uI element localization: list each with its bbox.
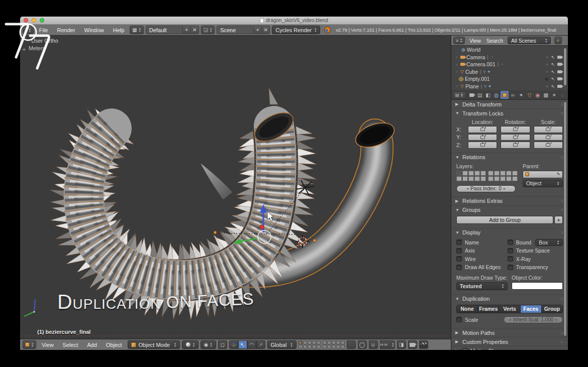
render-visibility-icon[interactable] <box>557 85 562 88</box>
display-texture-space-checkbox[interactable]: Texture Space <box>508 247 563 255</box>
scale-manipulator-button[interactable]: ↗ <box>256 340 265 349</box>
opengl-render-button[interactable] <box>408 340 417 349</box>
tab-scene[interactable]: ◧ <box>484 91 492 99</box>
menu-render[interactable]: Render <box>54 27 79 33</box>
editor-type-button-3dview[interactable]: ▲▼ <box>23 340 36 349</box>
window-titlebar[interactable]: dragon_skinV6_video.blend <box>20 17 568 25</box>
add-scene-button[interactable]: + <box>254 26 262 34</box>
duplication-frames-button[interactable]: Frames <box>478 305 499 313</box>
proportional-edit-dropdown[interactable]: H·H▲▼ <box>380 340 395 349</box>
toolshelf-expand-icon[interactable]: + <box>22 46 26 53</box>
scene-filter-dropdown[interactable]: All Scenes▲▼ <box>508 37 551 44</box>
display-transparency-checkbox[interactable]: Transparency <box>508 263 563 272</box>
object-origin-dot-2[interactable] <box>313 239 316 242</box>
expand-toggle-icon[interactable]: ○ <box>454 70 459 73</box>
menu-add[interactable]: Add <box>83 342 101 348</box>
tab-object[interactable] <box>501 91 508 99</box>
duplication-faces-button[interactable]: Faces <box>521 305 542 313</box>
delete-layout-button[interactable]: ✕ <box>191 26 199 34</box>
hide-eye-icon[interactable]: ● <box>546 55 548 60</box>
object-origin-dot[interactable] <box>214 231 217 234</box>
render-visibility-icon[interactable] <box>557 63 562 66</box>
delete-scene-button[interactable]: ✕ <box>262 26 270 34</box>
menu-help[interactable]: Help <box>110 27 128 33</box>
tab-material[interactable]: ◉ <box>534 91 541 99</box>
lock-rotation-x[interactable] <box>501 126 530 133</box>
pivot-center-dropdown[interactable]: ◉▲▼ <box>201 340 216 349</box>
pass-index-slider[interactable]: ◂Pass Index:0▸ <box>456 185 516 192</box>
panel-header-relations[interactable]: ▼Relations≡ <box>451 153 568 162</box>
new-group-button[interactable]: + <box>554 216 563 224</box>
parent-object-field[interactable]: ✎ <box>523 171 563 178</box>
selectable-arrow-icon[interactable]: ↖ <box>551 55 555 60</box>
expand-toggle-icon[interactable]: ○ <box>454 63 459 66</box>
scene-icon-button[interactable]: ◲▲▼ <box>201 26 215 34</box>
display-axis-checkbox[interactable]: Axis <box>456 247 505 255</box>
panel-header-relations-extras[interactable]: ▶Relations Extras≡ <box>451 197 568 205</box>
lock-scale-y[interactable] <box>534 134 563 141</box>
duplication-scale-checkbox[interactable]: Scale <box>456 316 501 324</box>
mode-dropdown[interactable]: Object Mode▲▼ <box>128 340 180 349</box>
eyedropper-icon[interactable]: ✎ <box>556 172 560 177</box>
expand-toggle-icon[interactable]: ○ <box>454 84 459 88</box>
editor-type-button-outliner[interactable]: ≡▲▼ <box>453 37 465 44</box>
manipulator-axis-toggle[interactable] <box>229 340 238 349</box>
screen-layout-field[interactable]: Default <box>146 26 183 34</box>
render-visibility-icon[interactable] <box>557 56 562 59</box>
tab-modifiers[interactable]: ✦ <box>517 91 525 99</box>
viewport-3d[interactable]: User Ortho Meters + DUPLICATIONON FACES … <box>20 36 451 339</box>
object-layers-widget[interactable] <box>456 171 518 181</box>
expand-toggle-icon[interactable]: ○ <box>454 55 459 59</box>
selectable-arrow-icon[interactable]: ↖ <box>551 84 555 89</box>
inherit-scale-slider[interactable]: ◂Inherit Scal: 1.000▸ <box>504 316 563 323</box>
motion-blur-checkbox[interactable] <box>462 348 468 350</box>
outliner-item-world[interactable]: ◍ World <box>451 46 568 54</box>
tab-texture[interactable]: ▩ <box>542 91 550 99</box>
display-xray-checkbox[interactable]: X-Ray <box>508 255 563 264</box>
add-layout-button[interactable]: + <box>183 26 191 34</box>
panel-grip-icon[interactable]: ≡ <box>561 348 564 350</box>
bound-type-dropdown[interactable]: Box▲▼ <box>535 239 563 246</box>
panel-header-display[interactable]: ▼Display≡ <box>451 228 568 237</box>
tab-render[interactable] <box>468 91 475 99</box>
menu-select[interactable]: Select <box>59 342 82 348</box>
lock-rotation-z[interactable] <box>501 142 530 149</box>
add-to-group-button[interactable]: Add to Group <box>456 216 553 224</box>
manipulate-center-toggle[interactable]: ◻ <box>218 340 227 349</box>
display-wire-checkbox[interactable]: Wire <box>456 255 505 264</box>
tab-object-data[interactable]: ▽ <box>526 91 533 99</box>
properties-scrollbar[interactable] <box>563 101 567 336</box>
selectable-arrow-icon[interactable]: ↖ <box>551 69 555 74</box>
display-name-checkbox[interactable]: Name <box>456 238 505 247</box>
panel-header-custom-properties[interactable]: ▶Custom Properties≡ <box>451 337 568 346</box>
panel-header-groups[interactable]: ▼Groups≡ <box>451 206 568 214</box>
outliner-item-cube[interactable]: ○ ▽ Cube| ▿ ✦ ●↖ <box>451 68 568 76</box>
editor-type-button-info[interactable]: ℹ▲▼ <box>23 26 34 34</box>
hide-eye-icon[interactable]: ● <box>546 69 548 74</box>
hide-eye-icon[interactable]: ● <box>546 84 548 89</box>
display-draw-all-edges-checkbox[interactable]: Draw All Edges <box>456 263 505 272</box>
duplication-group-button[interactable]: Group <box>542 305 562 313</box>
viewport-shading-dropdown[interactable]: ▲▼ <box>182 340 199 349</box>
menu-file[interactable]: File <box>36 27 52 33</box>
menu-window[interactable]: Window <box>81 27 108 33</box>
scene-field[interactable]: Scene <box>217 26 254 34</box>
render-visibility-icon[interactable] <box>557 77 562 80</box>
translate-manipulator-button[interactable]: ↖ <box>238 340 247 349</box>
snap-magnet-toggle[interactable]: ∪ <box>369 340 378 349</box>
opengl-render-anim-button[interactable] <box>419 340 428 349</box>
tab-physics[interactable]: ◌ <box>559 91 566 99</box>
duplication-none-button[interactable]: None <box>457 305 478 313</box>
outliner-item-empty-001[interactable]: ⨁ Empty.001 ◉↖ <box>451 75 568 83</box>
outliner-item-camera-001[interactable]: ○ Camera.001| ◔ ●↖ <box>451 61 568 68</box>
panel-header-transform-locks[interactable]: ▼Transform Locks≡ <box>451 109 568 117</box>
rotate-manipulator-button[interactable]: ◠ <box>247 340 256 349</box>
tab-constraints[interactable]: ∞ <box>509 91 517 99</box>
outliner-item-camera[interactable]: ○ Camera| ◔ ●↖ <box>451 54 568 61</box>
object-color-swatch[interactable] <box>512 282 563 290</box>
editor-type-button-properties[interactable]: ▤▲▼ <box>453 91 466 99</box>
panel-grip-icon[interactable]: ≡ <box>561 339 564 344</box>
outliner-menu-view[interactable]: View <box>468 38 482 44</box>
lock-location-x[interactable] <box>468 126 497 133</box>
display-bound-checkbox[interactable]: Bound Box▲▼ <box>508 238 563 247</box>
